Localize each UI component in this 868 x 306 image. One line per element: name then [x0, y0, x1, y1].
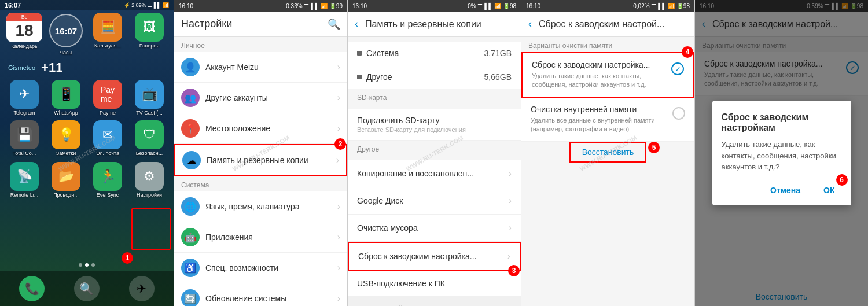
- settings-screen: 16:10 0,33% ☰ ▌▌ 📶 🔋99 Настройки 🔍 Лично…: [174, 0, 347, 306]
- menu-gdrive-arrow: ›: [509, 196, 512, 206]
- other-accounts-icon: 👥: [181, 89, 200, 107]
- dialog-cancel-button[interactable]: Отмена: [763, 182, 807, 198]
- accessibility-label: Спец. возможности: [205, 263, 332, 272]
- reset-option-factory[interactable]: Сброс к заводским настройка... Удалить т…: [521, 52, 694, 98]
- language-icon: 🌐: [181, 197, 200, 216]
- settings-item-location[interactable]: 📍 Местоположение ›: [174, 113, 347, 144]
- remote-label: Remote Li...: [10, 192, 39, 198]
- app-email[interactable]: ✉ Эл. почта: [90, 120, 126, 156]
- ok-wrapper: ОК 6: [816, 182, 841, 198]
- app-remote[interactable]: 📡 Remote Li...: [6, 162, 42, 198]
- step-number-1: 1: [122, 252, 133, 264]
- app-calendar[interactable]: Вс 18 Календарь: [6, 13, 42, 56]
- storage-system-label: Система: [366, 49, 399, 58]
- app-calculator[interactable]: 🧮 Калькуля...: [90, 13, 126, 56]
- step-number-3: 3: [508, 265, 520, 276]
- settings-item-language[interactable]: 🌐 Язык, время, клавиатура ›: [174, 191, 347, 222]
- sd-connect-label: Подключить SD-карту: [357, 116, 439, 125]
- back-arrow-memory[interactable]: ‹: [355, 18, 358, 30]
- totalco-label: Total Co...: [13, 150, 36, 156]
- step-number-5: 5: [648, 142, 660, 153]
- app-security[interactable]: 🛡 Безопасн...: [131, 120, 167, 156]
- app-notes[interactable]: 💡 Заметки: [48, 120, 84, 156]
- reset-section-label: Варианты очистки памяти: [521, 37, 694, 52]
- step-number-6: 6: [836, 174, 848, 186]
- dialog-box: Сброс к заводским настройкам Удалить так…: [712, 101, 851, 205]
- status-bar-settings: 16:10 0,33% ☰ ▌▌ 📶 🔋99: [174, 0, 347, 12]
- settings-item-accessibility[interactable]: ♿ Спец. возможности ›: [174, 253, 347, 283]
- menu-gdrive[interactable]: Google Диск ›: [348, 187, 521, 215]
- home-dock: 📞 🔍 ✈: [0, 271, 174, 306]
- highlight-step1: [131, 208, 171, 250]
- dot: [79, 263, 82, 267]
- radio-internal[interactable]: [672, 107, 685, 120]
- app-filemanager[interactable]: 📂 Проводн...: [48, 162, 84, 198]
- calc-label: Калькуля...: [94, 43, 121, 49]
- menu-copy[interactable]: Копирование и восстановлен... ›: [348, 160, 521, 187]
- reset-option1-wrapper: Сброс к заводским настройка... Удалить т…: [521, 52, 694, 98]
- status-bar-memory: 16:10 0% ☰ ▌▌ 📶 🔋98: [348, 0, 521, 12]
- weather-temp: +11: [41, 60, 62, 75]
- location-label: Местоположение: [205, 124, 332, 133]
- memory-header: ‹ Память и резервные копии: [348, 12, 521, 37]
- step-number-4: 4: [682, 46, 693, 58]
- settings-icon-label: Настройки: [137, 192, 162, 198]
- reset-option1-desc: Удалить такие данные, как контакты, сооб…: [532, 72, 667, 90]
- reset-option1-title: Сброс к заводским настройка...: [532, 60, 667, 69]
- status-time-settings: 16:10: [179, 3, 193, 9]
- status-bar-reset: 16:10 0,02% ☰ ▌▌ 📶 🔋98: [521, 0, 694, 12]
- location-icon: 📍: [181, 119, 200, 138]
- other-accounts-arrow: ›: [337, 93, 340, 103]
- app-settings-icon[interactable]: ⚙ Настройки: [131, 162, 167, 198]
- storage-other-dot: [357, 75, 362, 79]
- status-icons-home: ⚡ 2,89% ☰ ▌▌ 📶: [124, 2, 169, 8]
- menu-usb[interactable]: USB-подключение к ПК: [348, 271, 521, 297]
- apps-row-3: 💾 Total Co... 💡 Заметки ✉ Эл. почта 🛡 Бе…: [0, 118, 174, 158]
- back-arrow-reset[interactable]: ‹: [528, 18, 532, 30]
- gallery-label: Галерея: [139, 43, 160, 49]
- accessibility-arrow: ›: [337, 263, 340, 273]
- calendar-label: Календарь: [11, 43, 37, 49]
- restore-wrapper: Восстановить 5: [521, 146, 694, 167]
- app-gallery[interactable]: 🖼 Галерея: [131, 13, 167, 56]
- menu-clean-label: Очистка мусора: [357, 223, 418, 233]
- settings-item-apps[interactable]: 🤖 Приложения ›: [174, 222, 347, 253]
- storage-other-label: Другое: [366, 72, 392, 82]
- apps-icon: 🤖: [181, 228, 200, 246]
- dot-active: [85, 263, 89, 267]
- sd-section-label: SD-карта: [348, 89, 521, 104]
- update-icon: 🔄: [181, 289, 200, 306]
- restore-button[interactable]: Восстановить: [569, 142, 647, 163]
- settings-item-account[interactable]: 👤 Аккаунт Meizu ›: [174, 52, 347, 83]
- app-clock[interactable]: 16:07 Часы: [48, 13, 84, 56]
- other-accounts-label: Другие аккаунты: [205, 93, 332, 102]
- app-payme[interactable]: Payme Payme: [90, 80, 126, 116]
- status-icons-settings: 0,33% ☰ ▌▌ 📶 🔋99: [286, 3, 343, 9]
- dialog-buttons: Отмена ОК 6: [722, 182, 842, 198]
- app-telegram[interactable]: ✈ Telegram: [6, 80, 42, 116]
- reset-option-internal[interactable]: Очистка внутренней памяти Удалить все да…: [521, 98, 694, 142]
- app-tvcast[interactable]: 📺 TV Cast (...: [131, 80, 167, 116]
- clock-label: Часы: [60, 50, 72, 56]
- status-time-memory: 16:10: [352, 3, 367, 9]
- reset-title: Сброс к заводским настрой...: [539, 19, 687, 30]
- apps-label: Приложения: [205, 233, 332, 242]
- radio-factory[interactable]: [671, 62, 684, 75]
- app-eversync[interactable]: 🏃 EverSync: [90, 162, 126, 198]
- settings-item-memory[interactable]: ☁ Память и резервные копии ›: [174, 144, 347, 176]
- menu-factory-reset[interactable]: Сброс к заводским настройка... ›: [348, 242, 521, 271]
- dock-phone[interactable]: 📞: [19, 276, 45, 301]
- settings-item-other-accounts[interactable]: 👥 Другие аккаунты ›: [174, 83, 347, 113]
- app-totalco[interactable]: 💾 Total Co...: [6, 120, 42, 156]
- menu-copy-arrow: ›: [509, 168, 512, 179]
- apps-arrow: ›: [337, 232, 340, 242]
- settings-title: Настройки: [181, 18, 232, 30]
- dock-messages[interactable]: ✈: [129, 276, 155, 301]
- app-whatsapp[interactable]: 📱 WhatsApp: [48, 80, 84, 116]
- dock-search[interactable]: 🔍: [74, 276, 100, 301]
- settings-search-icon[interactable]: 🔍: [328, 18, 340, 31]
- settings-item-update[interactable]: 🔄 Обновление системы ›: [174, 283, 347, 306]
- menu-clean[interactable]: Очистка мусора ›: [348, 215, 521, 242]
- menu-mtp: Медиа-устройство (МТР): [348, 297, 521, 306]
- dialog-title: Сброс к заводским настройкам: [722, 112, 842, 133]
